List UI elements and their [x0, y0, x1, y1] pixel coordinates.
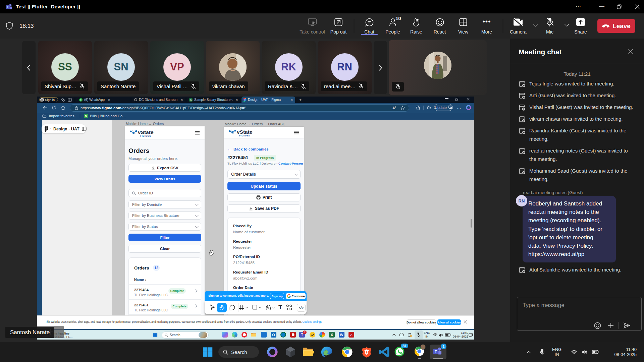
svg-text:vState: vState [237, 129, 253, 135]
svg-text:FILINGS: FILINGS [239, 134, 250, 137]
svg-text:vState: vState [138, 129, 154, 135]
svg-text:T: T [7, 5, 9, 9]
svg-text:FILINGS: FILINGS [140, 135, 151, 137]
svg-text:T: T [435, 350, 437, 354]
